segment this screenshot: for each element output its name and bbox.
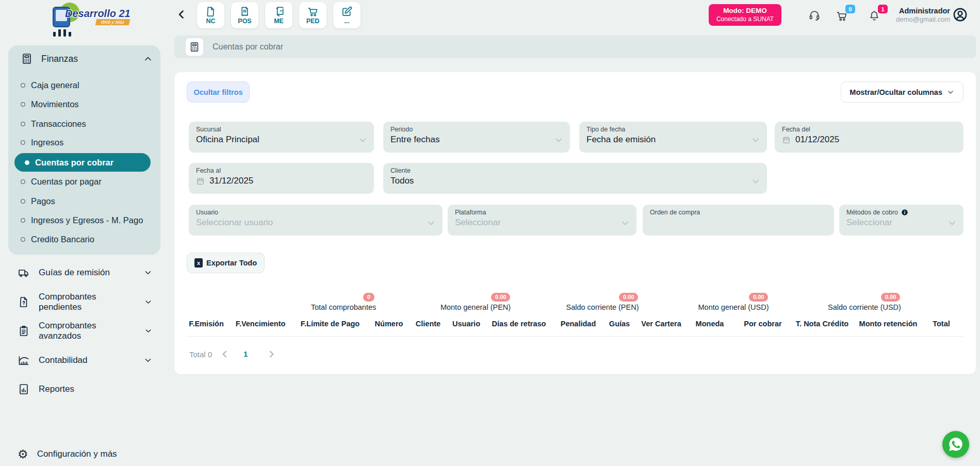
pagination-prev-button[interactable] — [220, 349, 230, 359]
sidebar-item-credito-bancario[interactable]: Credito Bancario — [21, 230, 153, 248]
sidebar-item-pagos[interactable]: Pagos — [21, 192, 153, 210]
logo-tagline: Web y Más — [95, 19, 130, 25]
bullet-icon — [21, 102, 25, 107]
sidebar-item-configuracion[interactable]: ⚙ Configuración y más — [18, 445, 153, 463]
column-header-dias-de-retraso: Días de retraso — [492, 320, 546, 328]
summary-badge: 0.00 — [749, 293, 768, 302]
chevron-down-icon — [426, 218, 436, 228]
app-window: Desarrollo 21 Web y Más NC POS ME PED ..… — [0, 0, 980, 466]
sidebar-item-cuentas-por-pagar[interactable]: Cuentas por pagar — [21, 172, 153, 191]
sidebar-item-caja-general[interactable]: Caja general — [21, 76, 153, 94]
user-avatar-icon — [952, 7, 968, 23]
hide-filters-button[interactable]: Ocultar filtros — [187, 81, 250, 103]
chevron-down-icon — [144, 297, 153, 307]
column-header-monto-retencion: Monto retención — [859, 320, 918, 328]
column-header-moneda: Moneda — [696, 320, 724, 328]
clipboard-icon — [18, 325, 30, 337]
chevron-down-icon — [750, 176, 761, 187]
filter-usuario[interactable]: Usuario Seleccionar usuario — [189, 205, 443, 236]
calendar-icon — [196, 177, 205, 186]
column-header-t-nota-credito: T. Nota Crédito — [796, 320, 848, 328]
sidebar-item-cuentas-por-cobrar[interactable]: Cuentas por cobrar — [14, 153, 151, 172]
show-hide-columns-button[interactable]: Mostrar/Ocultar columnas — [841, 81, 963, 103]
summary-badge: 0.00 — [491, 293, 510, 302]
sidebar-item-contabilidad[interactable]: Contabilidad — [18, 351, 153, 370]
filter-metodos-de-cobro[interactable]: Métodos de cobro Seleccionar — [839, 205, 963, 236]
sidebar-item-transacciones[interactable]: Transacciones — [21, 114, 153, 133]
filter-orden-de-compra[interactable]: Orden de compra — [643, 205, 834, 236]
filter-fecha-al[interactable]: Fecha al 31/12/2025 — [189, 163, 374, 194]
pagination-total: Total 0 — [189, 350, 212, 359]
app-logo[interactable]: Desarrollo 21 Web y Más — [51, 2, 154, 28]
filter-fecha-del[interactable]: Fecha del 01/12/2025 — [775, 122, 963, 153]
chevron-left-icon — [175, 8, 188, 21]
bullet-icon — [21, 218, 25, 223]
summary-badge: 0.00 — [881, 293, 900, 302]
quick-button-pos[interactable]: POS — [231, 2, 258, 28]
bullet-icon — [25, 160, 29, 165]
sidebar-item-comprobantes-avanzados[interactable]: Comprobantes avanzados — [18, 322, 153, 340]
summary-badge: 0 — [363, 293, 374, 302]
demo-mode-badge: Modo: DEMO Conectado a SUNAT — [709, 4, 781, 26]
filter-periodo[interactable]: Periodo Entre fechas — [383, 122, 570, 153]
support-button[interactable] — [808, 9, 821, 22]
quick-button-ped[interactable]: PED — [299, 2, 326, 28]
chevron-down-icon — [620, 218, 630, 228]
column-header-por-cobrar: Por cobrar — [744, 320, 781, 328]
filter-tipo-de-fecha[interactable]: Tipo de fecha Fecha de emisión — [579, 122, 767, 153]
column-header-ver-cartera: Ver Cartera — [641, 320, 681, 328]
sidebar-item-reportes[interactable]: Reportes — [18, 380, 153, 398]
bullet-icon — [21, 83, 25, 88]
avatar[interactable] — [952, 7, 968, 23]
chevron-up-icon — [143, 54, 153, 64]
collapse-sidebar-button[interactable] — [175, 8, 188, 21]
column-header-numero: Número — [375, 320, 403, 328]
content-card: Ocultar filtros Mostrar/Ocultar columnas… — [174, 72, 976, 374]
document-icon — [205, 6, 217, 18]
chevron-down-icon — [553, 135, 564, 145]
page-title: Cuentas por cobrar — [213, 42, 283, 52]
sidebar-item-movimientos[interactable]: Movimientos — [21, 95, 153, 113]
money-icon — [273, 6, 285, 18]
sidebar-item-finanzas[interactable]: Finanzas — [21, 49, 153, 68]
sidebar-item-guias-de-remision[interactable]: Guías de remisión — [18, 263, 153, 282]
sidebar-item-comprobantes-pendientes[interactable]: Comprobantes pendientes — [18, 293, 153, 311]
column-header-guias: Guías — [609, 320, 630, 328]
breadcrumb-icon-box — [186, 38, 203, 56]
logo-text: Desarrollo 21 — [65, 8, 130, 20]
summary-badge: 0.00 — [619, 293, 638, 302]
column-header-cliente: Cliente — [416, 320, 440, 328]
filter-plataforma[interactable]: Plataforma Seleccionar — [448, 205, 636, 236]
user-name: Administrador — [883, 7, 950, 15]
pagination-page-1[interactable]: 1 — [243, 350, 248, 358]
chevron-down-icon — [947, 218, 957, 228]
bullet-icon — [21, 122, 25, 126]
calculator-icon — [21, 53, 33, 65]
sidebar-item-ingresos-egresos-m-pago[interactable]: Ingresos y Egresos - M. Pago — [21, 211, 153, 229]
breadcrumb: Cuentas por cobrar — [174, 36, 976, 58]
quick-access-toolbar: NC POS ME PED ... — [197, 2, 361, 28]
chevron-down-icon — [357, 135, 368, 145]
receipt-icon — [239, 6, 251, 18]
quick-button-more[interactable]: ... — [333, 2, 361, 28]
filter-sucursal[interactable]: Sucursal Oficina Principal — [189, 122, 374, 153]
filter-cliente[interactable]: Cliente Todos — [383, 163, 767, 194]
cart-icon — [307, 6, 319, 18]
column-header-f-limite-de-pago: F.Límite de Pago — [301, 320, 360, 328]
pagination-next-button[interactable] — [266, 349, 276, 359]
calculator-icon — [189, 41, 200, 53]
column-header-total: Total — [933, 320, 950, 328]
quick-button-me[interactable]: ME — [265, 2, 292, 28]
chevron-down-icon — [946, 88, 955, 96]
user-menu[interactable]: Administrador demo@gmail.com — [883, 7, 950, 23]
export-all-button[interactable]: x Exportar Todo — [187, 253, 265, 273]
column-header-usuario: Usuario — [452, 320, 480, 328]
user-email: demo@gmail.com — [883, 15, 950, 23]
bullet-icon — [21, 237, 25, 242]
quick-button-nc[interactable]: NC — [197, 2, 224, 28]
chevron-down-icon — [143, 268, 153, 277]
whatsapp-button[interactable] — [942, 431, 969, 458]
report-icon — [18, 383, 30, 395]
sidebar-item-ingresos[interactable]: Ingresos — [21, 133, 153, 152]
bullet-icon — [21, 179, 25, 184]
